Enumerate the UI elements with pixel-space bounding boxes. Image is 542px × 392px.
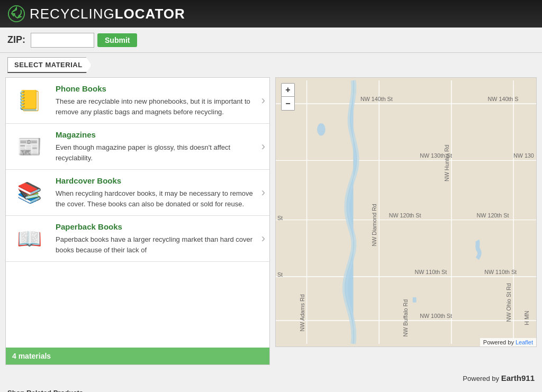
zip-input[interactable] (31, 33, 94, 48)
material-desc-0: These are recyclable into new phonebooks… (56, 96, 257, 117)
map-svg: NW 140th St NW 140th S NW 130th St NW 13… (276, 78, 536, 347)
map-label-adams: NW Adams Rd (299, 294, 305, 331)
map-label-buffalo: NW Buffalo Rd (402, 299, 409, 337)
material-thumb-3: 📖 (10, 223, 48, 254)
zoom-out-button[interactable]: − (281, 97, 295, 111)
header: RECYCLINGLOCATOR (0, 0, 542, 28)
leaflet-attribution: Powered by Leaflet (480, 338, 536, 347)
materials-count: 4 materials (12, 352, 51, 360)
select-material-tab-button[interactable]: SELECT MATERIAL (7, 57, 92, 73)
map-label-nw120r: NW 120th St (477, 212, 509, 218)
materials-panel: 📒Phone BooksThese are recyclable into ne… (5, 77, 270, 365)
footer: Powered by Earth911 (0, 370, 542, 386)
map-controls: + − (281, 83, 295, 111)
material-desc-1: Even though magazine paper is glossy, th… (56, 142, 257, 163)
map-label-hunter: NW Hunter Rd (444, 144, 450, 181)
footer-earth911: Earth911 (501, 373, 535, 382)
material-arrow-0: › (261, 94, 265, 107)
select-material-section: SELECT MATERIAL (0, 53, 542, 77)
status-bar: 4 materials (6, 348, 269, 364)
svg-point-11 (317, 123, 326, 135)
material-item-0[interactable]: 📒Phone BooksThese are recyclable into ne… (6, 78, 269, 124)
map-panel: NW 140th St NW 140th S NW 130th St NW 13… (275, 77, 537, 347)
recycle-logo-icon (7, 5, 25, 23)
material-item-2[interactable]: 📚Hardcover BooksWhen recycling hardcover… (6, 170, 269, 216)
map-label-nw100: NW 100th St (420, 313, 452, 319)
footer-powered-by: Powered by (463, 375, 501, 382)
material-info-2: Hardcover BooksWhen recycling hardcover … (56, 176, 257, 209)
shop-bar: Shop Related Products (0, 386, 542, 392)
material-title-3: Paperback Books (56, 222, 257, 231)
map-label-nw140s: NW 140th S (488, 96, 519, 102)
map-label-nw130r: NW 130 (513, 153, 534, 159)
material-title-1: Magazines (56, 130, 257, 139)
material-title-0: Phone Books (56, 84, 257, 93)
material-desc-3: Paperback books have a larger recycling … (56, 234, 257, 255)
svg-rect-12 (413, 297, 417, 303)
map-label-nw120: NW 120th St (389, 212, 421, 218)
material-arrow-1: › (261, 140, 265, 153)
submit-button[interactable]: Submit (97, 33, 137, 47)
zoom-in-button[interactable]: + (281, 83, 295, 97)
map-label-nw140: NW 140th St (360, 96, 393, 102)
leaflet-link[interactable]: Leaflet (516, 339, 533, 345)
main-content: 📒Phone BooksThese are recyclable into ne… (0, 77, 542, 370)
material-arrow-2: › (261, 186, 265, 199)
material-item-3[interactable]: 📖Paperback BooksPaperback books have a l… (6, 216, 269, 262)
material-title-2: Hardcover Books (56, 176, 257, 185)
zip-label: ZIP: (7, 34, 25, 45)
material-info-1: MagazinesEven though magazine paper is g… (56, 130, 257, 163)
material-info-3: Paperback BooksPaperback books have a la… (56, 222, 257, 255)
materials-list[interactable]: 📒Phone BooksThese are recyclable into ne… (6, 78, 269, 348)
material-item-1[interactable]: 📰MagazinesEven though magazine paper is … (6, 124, 269, 170)
zip-bar: ZIP: Submit (0, 28, 542, 53)
shop-label: Shop Related Products (7, 389, 83, 392)
material-desc-2: When recycling hardcover books, it may b… (56, 188, 257, 209)
map-label-ohio: NW Ohio St Rd (505, 283, 512, 322)
map-label-st1: St (277, 215, 283, 221)
material-thumb-2: 📚 (10, 177, 48, 208)
material-arrow-3: › (261, 232, 265, 245)
map-label-nw110r: NW 110th St (484, 269, 517, 275)
map-label-st2: St (277, 271, 283, 278)
map-label-nw110: NW 110th St (414, 269, 447, 275)
map-label-diamond: NW Diamond Rd (371, 204, 377, 246)
map-label-hmn: H MN (523, 311, 530, 325)
material-thumb-0: 📒 (10, 85, 48, 116)
material-thumb-1: 📰 (10, 131, 48, 162)
logo-text: RECYCLINGLOCATOR (30, 6, 185, 22)
material-info-0: Phone BooksThese are recyclable into new… (56, 84, 257, 117)
